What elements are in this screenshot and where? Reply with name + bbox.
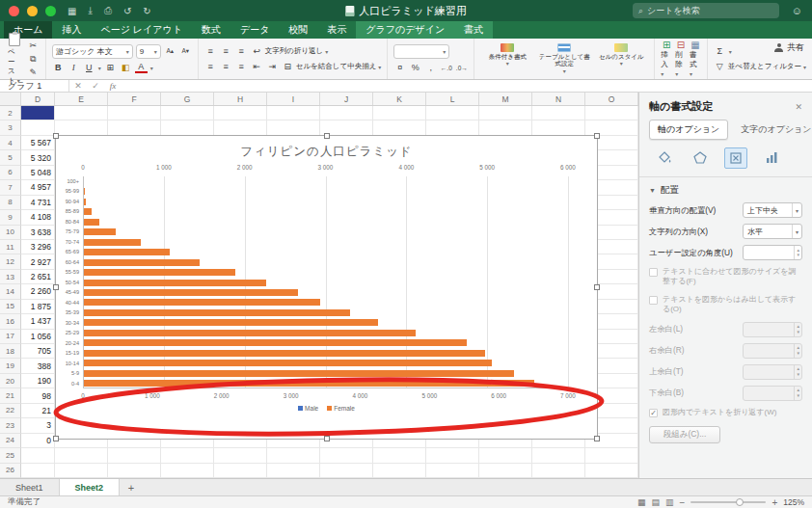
- chart-bar[interactable]: [84, 259, 200, 266]
- grid-cell[interactable]: [55, 120, 108, 135]
- grid-cell[interactable]: [532, 106, 585, 120]
- zoom-slider[interactable]: [690, 501, 766, 503]
- selection-handle[interactable]: [53, 284, 59, 290]
- grid-cell[interactable]: [320, 464, 373, 478]
- chart-bar[interactable]: [84, 350, 485, 357]
- field-spinner[interactable]: ▴▾: [743, 386, 802, 401]
- apps-icon[interactable]: ▦: [68, 6, 76, 16]
- format-painter-icon[interactable]: ✎: [27, 67, 40, 79]
- effects-icon[interactable]: [689, 147, 712, 169]
- row-header-8[interactable]: 8: [0, 196, 21, 210]
- axis-options-chart-icon[interactable]: [760, 147, 783, 169]
- chart-bar[interactable]: [84, 239, 141, 246]
- panel-tab[interactable]: 文字のオプション: [732, 120, 812, 140]
- checkbox[interactable]: [649, 268, 658, 277]
- borders-button[interactable]: ⊞: [104, 62, 117, 74]
- column-header-L[interactable]: L: [426, 93, 479, 105]
- row-header-19[interactable]: 19: [0, 359, 21, 373]
- ribbon-tab[interactable]: 数式: [192, 21, 230, 39]
- grid-cell[interactable]: [426, 464, 479, 478]
- ribbon-tab[interactable]: 書式: [454, 21, 493, 39]
- cancel-entry-icon[interactable]: ✕: [69, 81, 87, 91]
- grid-cell[interactable]: [214, 448, 267, 463]
- row-header-24[interactable]: 24: [0, 434, 21, 448]
- conditional-formatting-button[interactable]: 条件付き書式 ▾: [480, 43, 534, 67]
- save-icon[interactable]: ⤓: [88, 5, 92, 16]
- ribbon-tab[interactable]: 校閲: [279, 21, 317, 39]
- grid-cell[interactable]: [108, 448, 161, 463]
- grid-cell[interactable]: [214, 106, 267, 120]
- increase-decimal-button[interactable]: ←.0: [440, 62, 452, 74]
- fill-line-icon[interactable]: [653, 147, 676, 169]
- column-header-M[interactable]: M: [479, 93, 532, 105]
- row-header-5[interactable]: 5: [0, 150, 21, 165]
- selection-handle[interactable]: [53, 133, 59, 139]
- increase-font-button[interactable]: A▴: [164, 45, 176, 58]
- selection-handle[interactable]: [594, 133, 600, 139]
- grid-cell-D15[interactable]: 1 875: [21, 300, 55, 314]
- panel-tab[interactable]: 軸のオプション: [649, 120, 728, 140]
- underline-button[interactable]: U: [83, 62, 95, 74]
- page-layout-view-icon[interactable]: ▤: [652, 497, 661, 507]
- align-bottom-icon[interactable]: ≡: [235, 45, 248, 58]
- merge-center-button[interactable]: ⊟ セルを結合して中央揃え ▾: [282, 61, 382, 73]
- comma-format-button[interactable]: ,: [424, 62, 437, 74]
- legend-item[interactable]: Male: [298, 405, 318, 412]
- chart-top-axis[interactable]: 01 0002 0003 0004 0005 0006 000: [56, 164, 597, 172]
- row-header-6[interactable]: 6: [0, 166, 21, 180]
- ribbon-tab[interactable]: 表示: [317, 21, 356, 39]
- chart-bar[interactable]: [84, 380, 534, 387]
- row-header-16[interactable]: 16: [0, 314, 21, 329]
- grid-cell-D5[interactable]: 5 320: [21, 150, 55, 165]
- close-icon[interactable]: ✕: [795, 102, 802, 112]
- grid-cell[interactable]: [320, 448, 373, 463]
- redo-icon[interactable]: ↻: [143, 6, 150, 16]
- spinner-steps[interactable]: ▴▾: [794, 246, 801, 259]
- zoom-in-button[interactable]: +: [771, 497, 777, 508]
- normal-view-icon[interactable]: ▦: [637, 497, 646, 507]
- row-header-12[interactable]: 12: [0, 254, 21, 269]
- grid-cell[interactable]: [214, 120, 267, 135]
- grid-cell[interactable]: [479, 464, 532, 478]
- grid-cell-D25[interactable]: [21, 448, 55, 463]
- column-header-F[interactable]: F: [108, 93, 161, 105]
- selection-handle[interactable]: [324, 436, 330, 441]
- row-header-9[interactable]: 9: [0, 210, 21, 225]
- field-spinner[interactable]: ▴▾: [743, 322, 802, 337]
- column-header-G[interactable]: G: [161, 93, 214, 105]
- chart-title[interactable]: フィリピンの人口ピラミッド: [56, 144, 597, 160]
- column-header-I[interactable]: I: [267, 93, 320, 105]
- chart-bottom-axis[interactable]: 01 0002 0003 0004 0005 0006 0007 000: [56, 392, 597, 400]
- delete-cells-button[interactable]: ⊟ 削除 ▾: [675, 40, 687, 78]
- grid-cell-D22[interactable]: 21: [21, 404, 55, 418]
- sort-filter-button[interactable]: ▽ 並べ替えとフィルター ▾: [714, 61, 806, 73]
- chart-bar[interactable]: [84, 280, 266, 286]
- selection-handle[interactable]: [594, 436, 600, 441]
- grid-cell[interactable]: [585, 448, 638, 463]
- chart-bar[interactable]: [84, 249, 170, 255]
- field-spinner[interactable]: ▴▾: [743, 343, 802, 359]
- field-dropdown[interactable]: 水平▾: [743, 224, 802, 239]
- selection-handle[interactable]: [324, 133, 330, 139]
- column-header-N[interactable]: N: [532, 93, 585, 105]
- grid-cell[interactable]: [373, 120, 426, 135]
- grid-cell[interactable]: [55, 448, 108, 463]
- spinner-steps[interactable]: ▴▾: [794, 344, 801, 358]
- wrap-text-button[interactable]: ↩ 文字列の折り返し ▾: [251, 45, 329, 58]
- row-header-21[interactable]: 21: [0, 388, 21, 403]
- increase-indent-icon[interactable]: ⇥: [266, 61, 279, 73]
- copy-icon[interactable]: ⧉: [27, 53, 40, 66]
- grid-cell[interactable]: [267, 448, 320, 463]
- chart-plot[interactable]: [83, 176, 568, 388]
- font-name-select[interactable]: 游ゴシック 本文 ▾: [52, 44, 133, 59]
- spinner-steps[interactable]: ▴▾: [794, 323, 801, 336]
- grid-cell-D13[interactable]: 2 651: [21, 270, 55, 284]
- sheet-tab-sheet1[interactable]: Sheet1: [0, 479, 60, 495]
- grid-cell[interactable]: [161, 448, 214, 463]
- decrease-decimal-button[interactable]: .0→: [455, 62, 468, 74]
- feedback-smiley-icon[interactable]: ☺: [792, 0, 802, 21]
- grid-cell-D17[interactable]: 1 056: [21, 330, 55, 344]
- size-properties-icon[interactable]: [724, 147, 747, 169]
- minimize-window-button[interactable]: [27, 6, 38, 16]
- grid-cell-D11[interactable]: 3 296: [21, 240, 55, 254]
